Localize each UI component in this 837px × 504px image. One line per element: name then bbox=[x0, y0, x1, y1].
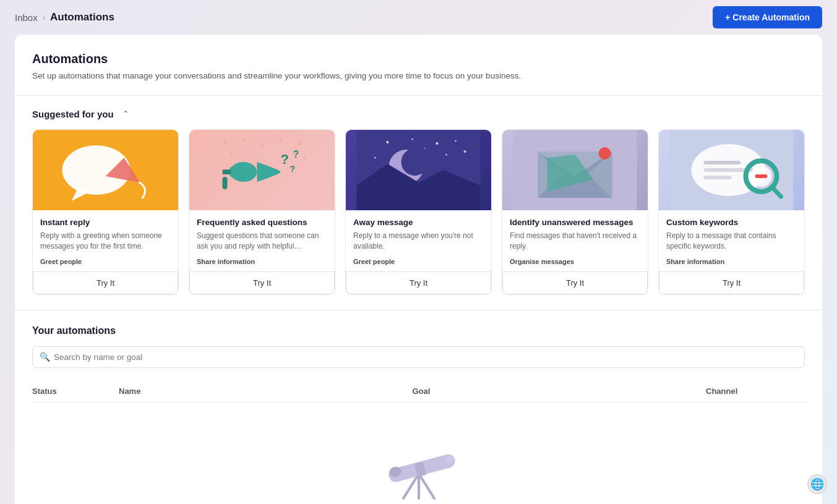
collapse-icon[interactable]: ⌃ bbox=[120, 108, 131, 119]
your-automations-title: Your automations bbox=[32, 323, 805, 336]
svg-text:?: ? bbox=[290, 164, 296, 174]
card-title-away-message: Away message bbox=[353, 218, 484, 227]
card-image-unanswered bbox=[502, 130, 648, 210]
cards-grid: Instant reply Reply with a greeting when… bbox=[32, 129, 805, 295]
svg-point-25 bbox=[374, 157, 376, 159]
your-automations-section: Your automations 🔍 Status Name Goal Chan… bbox=[32, 310, 805, 504]
svg-text:?: ? bbox=[293, 149, 299, 160]
main-content: Automations Set up automations that mana… bbox=[0, 35, 837, 504]
topbar: Inbox › Automations + Create Automation bbox=[0, 0, 837, 35]
empty-state bbox=[32, 403, 805, 504]
card-away-message: Away message Reply to a message when you… bbox=[345, 129, 492, 295]
svg-point-8 bbox=[298, 142, 301, 145]
create-automation-button[interactable]: + Create Automation bbox=[713, 6, 822, 28]
content-card: Automations Set up automations that mana… bbox=[15, 35, 822, 504]
svg-rect-41 bbox=[704, 176, 732, 179]
card-desc-custom-keywords: Reply to a message that contains specifi… bbox=[666, 231, 797, 252]
card-image-away-message bbox=[346, 130, 491, 210]
try-it-button-instant-reply[interactable]: Try It bbox=[33, 271, 178, 294]
divider bbox=[15, 95, 822, 96]
card-title-instant-reply: Instant reply bbox=[40, 218, 171, 227]
search-wrapper: 🔍 bbox=[32, 346, 805, 368]
svg-line-48 bbox=[419, 474, 434, 498]
card-image-faq: ? ? ? bbox=[189, 130, 335, 210]
card-unanswered: Identify unanswered messages Find messag… bbox=[502, 129, 648, 295]
svg-point-26 bbox=[424, 148, 426, 149]
card-desc-instant-reply: Reply with a greeting when someone messa… bbox=[40, 231, 171, 252]
globe-icon[interactable]: 🌐 bbox=[807, 474, 827, 494]
svg-point-7 bbox=[279, 139, 283, 143]
svg-point-23 bbox=[464, 150, 466, 153]
svg-rect-17 bbox=[223, 177, 228, 189]
suggested-title: Suggested for you bbox=[32, 109, 114, 119]
card-image-instant-reply bbox=[33, 130, 178, 210]
svg-point-28 bbox=[401, 148, 429, 176]
svg-point-20 bbox=[411, 139, 413, 140]
svg-point-35 bbox=[599, 147, 611, 160]
svg-rect-39 bbox=[704, 161, 741, 164]
svg-point-10 bbox=[304, 156, 307, 160]
svg-point-9 bbox=[230, 153, 233, 156]
try-it-button-custom-keywords[interactable]: Try It bbox=[659, 271, 804, 294]
try-it-button-faq[interactable]: Try It bbox=[189, 271, 335, 294]
empty-state-illustration bbox=[369, 427, 468, 502]
svg-rect-44 bbox=[755, 174, 768, 178]
breadcrumb-current: Automations bbox=[50, 11, 114, 23]
table-header: Status Name Goal Channel bbox=[32, 380, 805, 403]
card-tag-instant-reply: Greet people bbox=[40, 258, 82, 265]
svg-point-5 bbox=[242, 137, 246, 141]
card-instant-reply: Instant reply Reply with a greeting when… bbox=[32, 129, 179, 295]
card-tag-faq: Share information bbox=[197, 258, 255, 265]
try-it-button-away-message[interactable]: Try It bbox=[346, 271, 491, 294]
col-name: Name bbox=[119, 387, 413, 396]
search-input[interactable] bbox=[32, 346, 805, 368]
card-faq: ? ? ? Frequently asked questions Suggest… bbox=[189, 129, 335, 295]
card-body-unanswered: Identify unanswered messages Find messag… bbox=[502, 210, 648, 271]
card-title-faq: Frequently asked questions bbox=[197, 218, 327, 227]
svg-rect-12 bbox=[230, 167, 241, 177]
try-it-button-unanswered[interactable]: Try It bbox=[502, 271, 648, 294]
svg-point-19 bbox=[387, 141, 389, 143]
col-channel: Channel bbox=[706, 387, 805, 396]
card-desc-unanswered: Find messages that haven't received a re… bbox=[510, 231, 640, 252]
col-status: Status bbox=[32, 387, 119, 396]
svg-point-4 bbox=[223, 140, 227, 144]
card-image-custom-keywords bbox=[659, 130, 804, 210]
card-body-away-message: Away message Reply to a message when you… bbox=[346, 210, 491, 271]
svg-point-21 bbox=[436, 142, 439, 145]
card-desc-away-message: Reply to a message when you're not avail… bbox=[353, 231, 484, 252]
breadcrumb-inbox[interactable]: Inbox bbox=[15, 12, 38, 23]
page-description: Set up automations that manage your conv… bbox=[32, 71, 805, 80]
card-custom-keywords: Custom keywords Reply to a message that … bbox=[658, 129, 805, 295]
card-tag-unanswered: Organise messages bbox=[510, 258, 574, 265]
breadcrumb-separator: › bbox=[43, 13, 45, 22]
svg-point-22 bbox=[455, 140, 457, 142]
suggested-header: Suggested for you ⌃ bbox=[32, 108, 805, 119]
card-body-instant-reply: Instant reply Reply with a greeting when… bbox=[33, 210, 178, 271]
search-icon: 🔍 bbox=[40, 352, 50, 362]
svg-rect-13 bbox=[223, 169, 231, 174]
card-body-custom-keywords: Custom keywords Reply to a message that … bbox=[659, 210, 804, 271]
card-tag-away-message: Greet people bbox=[353, 258, 395, 265]
svg-text:?: ? bbox=[281, 152, 289, 167]
card-tag-custom-keywords: Share information bbox=[666, 258, 724, 265]
col-goal: Goal bbox=[413, 387, 706, 396]
card-title-unanswered: Identify unanswered messages bbox=[510, 218, 640, 227]
card-desc-faq: Suggest questions that someone can ask y… bbox=[197, 231, 327, 252]
svg-point-6 bbox=[260, 143, 264, 147]
page-title: Automations bbox=[32, 52, 805, 66]
card-body-faq: Frequently asked questions Suggest quest… bbox=[189, 210, 335, 271]
breadcrumb: Inbox › Automations bbox=[15, 11, 114, 23]
card-title-custom-keywords: Custom keywords bbox=[666, 218, 797, 227]
svg-point-24 bbox=[445, 154, 447, 156]
